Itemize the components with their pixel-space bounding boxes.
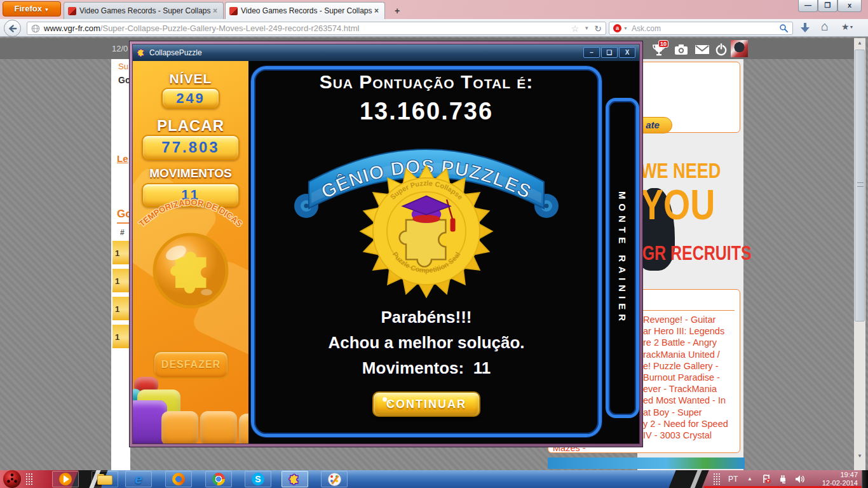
page-banner-strip	[548, 458, 745, 469]
firefox-menu-label: Firefox	[15, 4, 42, 13]
language-indicator[interactable]: PT	[728, 475, 738, 484]
window-restore-button[interactable]: ❐	[818, 0, 837, 12]
home-icon[interactable]: ⌂	[821, 19, 829, 34]
level-value: 249	[161, 88, 220, 109]
game-link[interactable]: ar Hero III: Legends	[643, 325, 728, 337]
game-window-title: CollapsePuzzle	[149, 48, 202, 57]
collapse-puzzle-window: CollapsePuzzle – ❑ X NÍVEL 249 PLACAR 77…	[129, 41, 643, 447]
tray-clock[interactable]: 19:47 12-02-2014	[812, 471, 858, 487]
taskbar-chrome-button[interactable]	[205, 471, 232, 487]
game-link[interactable]: y 2 - Need for Speed	[643, 418, 728, 430]
volume-icon[interactable]	[794, 474, 806, 484]
we-need-text: WE NEED	[641, 159, 721, 183]
vgr-recruits-text: VGR RECRUITS	[632, 241, 752, 265]
tab-close-icon[interactable]: ×	[211, 6, 219, 15]
bookmark-star-icon[interactable]: ☆	[571, 24, 580, 34]
refresh-icon[interactable]: ↻	[594, 24, 602, 34]
game-link[interactable]: at Boy - Super	[643, 407, 728, 418]
tab-title: Video Games Records - Super Collaps...	[79, 6, 211, 15]
left-fragment: Su	[118, 62, 128, 71]
back-button[interactable]	[4, 20, 21, 37]
search-engine-dropdown-icon[interactable]: ▼	[623, 26, 628, 30]
download-icon[interactable]	[798, 21, 812, 35]
window-close-button[interactable]: x	[837, 0, 862, 12]
camera-icon[interactable]	[674, 43, 689, 57]
taskbar-ie-button[interactable]: e	[125, 471, 152, 487]
network-plug-icon[interactable]	[778, 474, 788, 484]
show-desktop-button[interactable]	[862, 470, 868, 488]
url-bar[interactable]: www.vgr-fr.com/Super-Collapse-Puzzle-Gal…	[27, 22, 606, 35]
total-score-value: 13.160.736	[251, 98, 602, 125]
left-link-fragment[interactable]: Le	[117, 153, 128, 164]
window-minimize-button[interactable]: —	[798, 0, 818, 12]
mail-icon[interactable]	[694, 43, 710, 57]
scroll-down-arrow-icon[interactable]: ▼	[854, 451, 865, 461]
url-dropdown-icon[interactable]: ▼	[584, 25, 589, 31]
show-hidden-icons-arrow[interactable]: ▲	[747, 476, 752, 482]
game-link[interactable]: e! Puzzle Gallery -	[643, 360, 728, 372]
tab-close-icon[interactable]: ×	[372, 6, 381, 15]
internet-explorer-icon: e	[135, 471, 142, 487]
total-score-line1: Sua Pontuação Total é:	[251, 71, 602, 93]
page-left-column: Su Go Le Go # 1 1 1 1	[111, 59, 130, 470]
globe-icon	[31, 24, 40, 33]
rank-column-header: #	[120, 228, 125, 237]
search-box[interactable]: a ▼ Ask.com	[609, 22, 793, 35]
undo-button[interactable]: DESFAZER	[153, 351, 229, 379]
level-name-vertical: MONTE RAINIER	[617, 191, 628, 325]
firefox-menu-button[interactable]: Firefox ▼	[3, 1, 61, 17]
vgr-favicon-icon	[229, 7, 238, 15]
best-solution-text: Achou a melhor solução.	[251, 333, 602, 353]
game-link[interactable]: ever - TrackMania	[643, 383, 728, 395]
puzzle-genius-seal: Super Puzzle Collapse Puzzle Competition…	[347, 149, 506, 308]
search-placeholder: Ask.com	[632, 24, 779, 33]
tray-time: 19:47	[812, 471, 858, 479]
game-minimize-button[interactable]: –	[583, 47, 600, 58]
chrome-icon	[212, 473, 225, 485]
game-link[interactable]: rackMania United /	[643, 349, 728, 360]
scroll-up-arrow-icon[interactable]: ▲	[854, 38, 865, 48]
game-link[interactable]: Burnout Paradise -	[643, 372, 728, 383]
hint-timer[interactable]: TEMPORIZADOR DE DICAS	[133, 174, 248, 327]
chevron-down-icon: ▼	[44, 7, 50, 13]
game-title-bar[interactable]: CollapsePuzzle – ❑ X	[133, 44, 639, 61]
game-link[interactable]: re 2 Battle - Angry	[643, 337, 728, 348]
moves-result-text: Movimentos: 11	[251, 358, 602, 378]
tab-1[interactable]: Video Games Records - Super Collaps... ×	[64, 2, 224, 19]
browser-tab-strip: Firefox ▼ Video Games Records - Super Co…	[0, 0, 868, 19]
taskbar-paint-button[interactable]	[321, 471, 348, 487]
game-content: NÍVEL 249 PLACAR 77.803 MOVIMENTOS 11 TE…	[133, 61, 639, 444]
new-tab-button[interactable]: +	[389, 5, 405, 18]
taskbar-firefox-button[interactable]	[165, 471, 192, 487]
tab-2-active[interactable]: Video Games Records - Super Collaps... ×	[225, 2, 385, 19]
taskbar-skype-button[interactable]: S	[245, 471, 271, 487]
vgr-favicon-icon	[68, 7, 76, 15]
orange-cube	[200, 411, 237, 444]
power-icon[interactable]	[714, 43, 728, 57]
skype-icon: S	[252, 473, 264, 485]
sharingan-orb-icon	[3, 470, 21, 488]
user-avatar[interactable]	[731, 40, 748, 57]
bookmarks-menu-icon[interactable]: ★▼	[841, 22, 854, 32]
taskbar-collapse-puzzle-button-active[interactable]	[281, 471, 308, 487]
sphere-highlight	[201, 289, 212, 295]
window-inner: CollapsePuzzle – ❑ X NÍVEL 249 PLACAR 77…	[132, 44, 640, 444]
game-link[interactable]: Revenge! - Guitar	[643, 314, 728, 325]
game-link[interactable]: ed Most Wanted - In	[643, 395, 728, 406]
game-link[interactable]: IV - 3003 Crystal	[643, 430, 728, 441]
game-close-button[interactable]: X	[619, 47, 635, 58]
orange-cube	[239, 414, 248, 444]
game-maximize-button[interactable]: ❑	[601, 47, 618, 58]
scrollbar-thumb[interactable]	[855, 50, 865, 322]
taskbar-wmp-button[interactable]	[52, 471, 79, 487]
continue-button[interactable]: CONTINUAR	[372, 391, 480, 417]
search-icon[interactable]	[779, 24, 789, 33]
url-host: www.vgr-fr.com	[44, 24, 100, 33]
puzzle-app-icon	[137, 48, 146, 57]
scrollbar[interactable]: ▲ ▼	[854, 38, 865, 470]
taskbar-explorer-button[interactable]	[92, 471, 118, 487]
start-button[interactable]	[3, 470, 21, 488]
level-side-tab[interactable]: MONTE RAINIER	[606, 98, 639, 418]
ask-logo-icon: a	[613, 24, 621, 32]
action-center-flag-icon[interactable]	[761, 474, 771, 484]
